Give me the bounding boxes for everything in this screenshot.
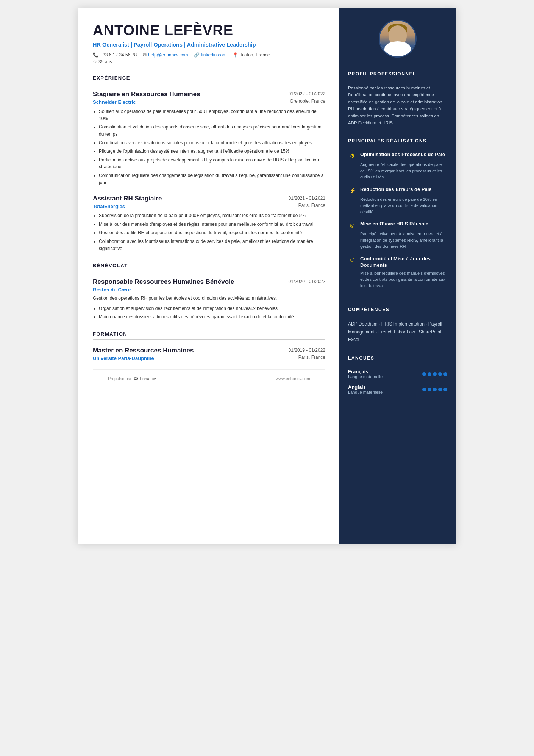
bullet: Soutien aux opérations de paie mensuelle… [99, 108, 325, 122]
formation-school: Université Paris-Dauphine [93, 355, 154, 361]
benevolat-bullets: Organisation et supervision des recrutem… [93, 305, 325, 321]
realisation-header-2: ⚡ Réduction des Erreurs de Paie [348, 186, 447, 195]
avatar [379, 20, 417, 58]
langue-dots-1 [422, 372, 447, 376]
benevolat-date: 01/2020 - 01/2022 [289, 279, 325, 284]
avatar-area [339, 8, 456, 65]
linkedin-value: linkedin.com [201, 52, 226, 58]
avatar-body [384, 41, 411, 56]
skills-text: ADP Decidium · HRIS Implementation · Pay… [348, 320, 447, 343]
experience-section: EXPÉRIENCE Stagiaire en Ressources Humai… [93, 75, 325, 252]
profil-text: Passionné par les ressources humaines et… [348, 85, 447, 126]
realisation-icon-2: ⚡ [348, 186, 356, 195]
realisation-header-1: ⚙ Optimisation des Processus de Paie [348, 152, 447, 160]
bullet: Communication régulière des changements … [99, 172, 325, 186]
right-column: PROFIL PROFESSIONNEL Passionné par les r… [339, 8, 456, 544]
langues-title: LANGUES [348, 355, 447, 363]
dot [443, 388, 447, 391]
exp-sub-2: TotalEnergies Paris, France [93, 203, 325, 209]
phone-value: +33 6 12 34 56 78 [100, 52, 137, 58]
benevolat-item-1: Responsable Ressources Humaines Bénévole… [93, 278, 325, 321]
dot [443, 372, 447, 376]
footer: Propulsé par ∞ Enhancv www.enhancv.com [93, 369, 325, 387]
location-item: 📍 Toulon, France [233, 52, 270, 58]
age-value: 35 ans [98, 59, 112, 64]
benevolat-header-1: Responsable Ressources Humaines Bénévole… [93, 278, 325, 286]
location-value: Toulon, France [240, 52, 270, 58]
realisation-icon-3: ◎ [348, 221, 356, 229]
bullet: Pilotage de l'optimisation des systèmes … [99, 148, 325, 155]
langue-item-1: Français Langue maternelle [348, 369, 447, 379]
exp-bullets-1: Soutien aux opérations de paie mensuelle… [93, 108, 325, 186]
formation-header-1: Master en Ressources Humaines 01/2019 - … [93, 346, 325, 355]
realisations-section: PRINCIPALES RÉALISATIONS ⚙ Optimisation … [339, 132, 456, 301]
realisation-desc-4: Mise à jour régulière des manuels d'empl… [348, 270, 447, 289]
exp-title-1: Stagiaire en Ressources Humaines [93, 90, 200, 99]
phone-item: 📞 +33 6 12 34 56 78 [93, 52, 137, 58]
realisation-desc-2: Réduction des erreurs de paie de 10% en … [348, 196, 447, 215]
logo-icon: ∞ [134, 375, 138, 382]
email-icon: ✉ [143, 52, 147, 58]
realisation-title-1: Optimisation des Processus de Paie [360, 152, 445, 158]
realisation-item-2: ⚡ Réduction des Erreurs de Paie Réductio… [348, 186, 447, 215]
footer-left: Propulsé par ∞ Enhancv [108, 375, 156, 382]
realisation-item-3: ◎ Mise en Œuvre HRIS Réussie Participé a… [348, 221, 447, 250]
formation-title: FORMATION [93, 331, 325, 340]
exp-sub-1: Schneider Electric Grenoble, France [93, 99, 325, 105]
exp-title-2: Assistant RH Stagiaire [93, 194, 162, 203]
realisation-item-1: ⚙ Optimisation des Processus de Paie Aug… [348, 152, 447, 180]
footer-website: www.enhancv.com [276, 376, 310, 381]
exp-date-1: 01/2022 - 01/2022 [289, 91, 325, 97]
formation-item-1: Master en Ressources Humaines 01/2019 - … [93, 346, 325, 361]
full-name: ANTOINE LEFÈVRE [93, 23, 325, 39]
realisation-title-4: Conformité et Mise à Jour des Documents [360, 256, 447, 269]
formation-date: 01/2019 - 01/2022 [289, 347, 325, 353]
dot [428, 388, 431, 391]
realisation-item-4: ⚇ Conformité et Mise à Jour des Document… [348, 256, 447, 289]
realisation-title-2: Réduction des Erreurs de Paie [360, 186, 432, 193]
propulse-label: Propulsé par [108, 376, 131, 381]
langue-info-1: Français Langue maternelle [348, 369, 383, 379]
link-icon: 🔗 [194, 52, 200, 58]
realisation-desc-1: Augmenté l'efficacité des opérations de … [348, 161, 447, 180]
exp-header-2: Assistant RH Stagiaire 01/2021 - 01/2021 [93, 194, 325, 203]
exp-item-1: Stagiaire en Ressources Humaines 01/2022… [93, 90, 325, 186]
exp-location-2: Paris, France [298, 203, 325, 209]
formation-degree: Master en Ressources Humaines [93, 346, 194, 355]
bullet: Collaboration avec les fournisseurs inte… [99, 238, 325, 252]
brand-name: Enhancv [140, 376, 156, 381]
langue-dots-2 [422, 388, 447, 391]
bullet: Supervision de la production de la paie … [99, 212, 325, 219]
age-row: ☆ 35 ans [93, 59, 325, 64]
profil-title: PROFIL PROFESSIONNEL [348, 71, 447, 79]
exp-date-2: 01/2021 - 01/2021 [289, 196, 325, 201]
star-icon: ☆ [93, 59, 97, 64]
realisation-icon-4: ⚇ [348, 256, 356, 264]
exp-item-2: Assistant RH Stagiaire 01/2021 - 01/2021… [93, 194, 325, 252]
bullet: Maintenance des dossiers administratifs … [99, 313, 325, 321]
dot [422, 388, 426, 391]
dot [433, 388, 437, 391]
location-icon: 📍 [233, 52, 238, 58]
exp-header-1: Stagiaire en Ressources Humaines 01/2022… [93, 90, 325, 99]
benevolat-desc: Gestion des opérations RH pour les bénév… [93, 295, 325, 302]
formation-sub: Université Paris-Dauphine Paris, France [93, 355, 325, 361]
bullet: Gestion des audits RH et préparation des… [99, 229, 325, 236]
competences-section: COMPÉTENCES ADP Decidium · HRIS Implemen… [339, 301, 456, 349]
job-subtitle: HR Generalist | Payroll Operations | Adm… [93, 41, 325, 49]
email-value: help@enhancv.com [148, 52, 188, 58]
realisation-icon-1: ⚙ [348, 152, 356, 160]
bullet: Coordination avec les institutions socia… [99, 139, 325, 147]
realisation-header-3: ◎ Mise en Œuvre HRIS Réussie [348, 221, 447, 229]
benevolat-job-title: Responsable Ressources Humaines Bénévole [93, 278, 234, 286]
linkedin-item: 🔗 linkedin.com [194, 52, 226, 58]
langue-name-1: Français [348, 369, 383, 374]
realisation-header-4: ⚇ Conformité et Mise à Jour des Document… [348, 256, 447, 269]
langue-level-1: Langue maternelle [348, 374, 383, 379]
profil-section: PROFIL PROFESSIONNEL Passionné par les r… [339, 65, 456, 132]
langue-item-2: Anglais Langue maternelle [348, 384, 447, 394]
langue-name-2: Anglais [348, 384, 383, 390]
experience-title: EXPÉRIENCE [93, 75, 325, 83]
realisations-title: PRINCIPALES RÉALISATIONS [348, 138, 447, 146]
dot [422, 372, 426, 376]
